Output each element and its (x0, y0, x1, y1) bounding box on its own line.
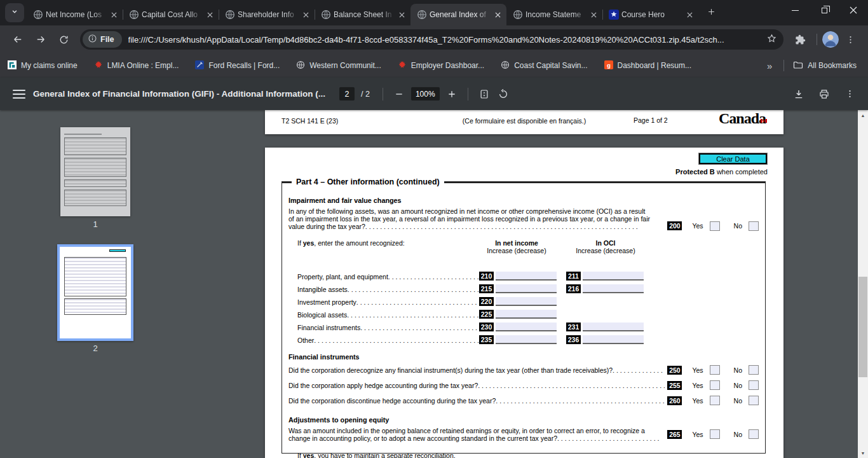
bookmark-label: LMIA Online : Empl... (107, 61, 179, 70)
forward-button[interactable] (31, 29, 51, 50)
close-tab-icon[interactable] (301, 10, 311, 20)
address-bar: File file:///C:/Users/khush/AppData/Loca… (0, 25, 868, 53)
close-tab-icon[interactable] (684, 10, 695, 20)
page-number-input[interactable]: 2 (339, 87, 355, 101)
tab-shareholder[interactable]: Shareholder Info (219, 4, 315, 25)
bookmark-label: Dashboard | Resum... (618, 61, 692, 70)
bookmark-dashboard-resume[interactable]: g Dashboard | Resum... (604, 60, 692, 71)
amount-field-230[interactable] (496, 323, 557, 331)
amount-field-211[interactable] (583, 272, 644, 281)
globe-icon (296, 60, 305, 71)
yes-checkbox-200[interactable] (710, 221, 720, 231)
amount-field-216[interactable] (583, 284, 644, 293)
yes-checkbox-250[interactable] (710, 365, 720, 375)
opening-equity-answer: 265 Yes No (667, 429, 759, 439)
bookmark-my-claims[interactable]: My claims online (8, 60, 78, 71)
question-row-250: Did the corporation derecognize any fina… (288, 363, 759, 378)
globe-favicon (129, 10, 139, 20)
code-badge-255: 255 (667, 381, 682, 390)
info-icon[interactable] (88, 34, 97, 45)
pdf-toolbar: General Index of Financial Information (… (0, 78, 868, 110)
close-tab-icon[interactable] (588, 10, 599, 20)
tab-income-statement[interactable]: Income Stateme (506, 4, 602, 25)
back-button[interactable] (8, 29, 28, 50)
new-tab-button[interactable] (702, 3, 720, 20)
bookmark-lmia[interactable]: LMIA Online : Empl... (94, 60, 179, 71)
tab-net-income[interactable]: Net Income (Los (27, 4, 123, 25)
close-tab-icon[interactable] (492, 10, 503, 20)
table-row-investment-property: Investment property 220 (288, 293, 759, 306)
rotate-icon[interactable] (494, 85, 513, 104)
yes-checkbox-260[interactable] (710, 396, 720, 405)
amount-field-236[interactable] (583, 335, 644, 344)
no-checkbox-265[interactable] (749, 429, 759, 439)
all-bookmarks-button[interactable]: All Bookmarks (793, 60, 857, 72)
download-icon[interactable] (789, 85, 808, 104)
zoom-out-button[interactable] (390, 85, 409, 104)
code-badge-231: 231 (566, 323, 581, 331)
claims-logo-icon (8, 60, 17, 71)
zoom-level[interactable]: 100% (411, 87, 440, 101)
url-text[interactable]: file:///C:/Users/khush/AppData/Local/Tem… (128, 35, 761, 45)
column-header-oci: In OCIIncrease (decrease) (555, 239, 656, 254)
amount-field-215[interactable] (496, 284, 557, 293)
close-tab-icon[interactable] (397, 10, 407, 20)
file-scheme-chip[interactable]: File (83, 31, 122, 48)
tab-course-hero[interactable]: Course Hero (602, 4, 698, 25)
amount-field-231[interactable] (583, 323, 644, 331)
code-badge-210: 210 (479, 272, 494, 281)
tab-strip: Net Income (Los Capital Cost Allo Shareh… (0, 0, 868, 25)
bookmark-western[interactable]: Western Communit... (296, 60, 381, 71)
scroll-up-icon[interactable]: ▲ (858, 110, 868, 120)
clear-data-button[interactable]: Clear Data (699, 153, 767, 164)
bookmark-coast-capital[interactable]: Coast Capital Savin... (501, 60, 587, 71)
scrollbar-thumb[interactable] (858, 277, 867, 377)
reload-button[interactable] (53, 29, 74, 50)
no-checkbox-255[interactable] (749, 380, 759, 390)
extensions-icon[interactable] (790, 29, 810, 50)
close-tab-icon[interactable] (205, 10, 215, 20)
fit-page-icon[interactable] (475, 85, 494, 104)
amount-field-210[interactable] (496, 272, 557, 281)
bookmark-ford[interactable]: Ford Recalls | Ford... (195, 60, 280, 71)
code-badge-260: 260 (667, 396, 682, 405)
print-icon[interactable] (815, 85, 834, 104)
bookmark-star-icon[interactable] (766, 33, 777, 46)
amount-field-235[interactable] (496, 335, 557, 344)
tab-search-button[interactable] (5, 3, 24, 22)
thumbnail-page-1[interactable] (60, 127, 130, 216)
ford-logo-icon (195, 60, 204, 71)
minimize-button[interactable] (780, 0, 810, 20)
globe-favicon (321, 10, 331, 20)
scroll-down-icon[interactable]: ▼ (858, 448, 868, 458)
browser-menu-icon[interactable] (840, 29, 860, 50)
more-options-icon[interactable] (840, 85, 859, 104)
amount-field-225[interactable] (496, 310, 557, 319)
thumbnail-page-2-selected[interactable] (57, 244, 133, 341)
omnibox[interactable]: File file:///C:/Users/khush/AppData/Loca… (80, 29, 783, 50)
page-indicator: Page 1 of 2 (634, 116, 668, 124)
yes-checkbox-255[interactable] (710, 380, 720, 390)
amount-field-220[interactable] (496, 297, 557, 306)
bookmarks-overflow-button[interactable]: » (761, 60, 778, 71)
yes-checkbox-265[interactable] (710, 429, 720, 439)
svg-text:g: g (607, 61, 611, 68)
no-checkbox-200[interactable] (749, 221, 759, 231)
close-window-button[interactable] (839, 0, 868, 20)
no-checkbox-260[interactable] (749, 396, 759, 405)
zoom-in-button[interactable] (442, 85, 461, 104)
tab-balance-sheet[interactable]: Balance Sheet In (315, 4, 410, 25)
restore-button[interactable] (810, 0, 839, 20)
tab-general-index-active[interactable]: General Index of (410, 4, 506, 25)
no-checkbox-250[interactable] (749, 365, 759, 375)
tab-capital-cost[interactable]: Capital Cost Allo (123, 4, 219, 25)
close-tab-icon[interactable] (109, 10, 119, 20)
impairment-answer: 200 Yes No (667, 221, 759, 231)
bookmark-employer-dashboard[interactable]: Employer Dashboar... (398, 60, 484, 71)
menu-icon[interactable] (13, 90, 25, 99)
vertical-scrollbar[interactable]: ▲ ▼ (858, 110, 868, 458)
impairment-heading: Impairment and fair value changes (288, 197, 759, 204)
profile-avatar[interactable] (822, 31, 839, 48)
tab-label: Income Stateme (526, 10, 586, 19)
question-row-255: Did the corporation apply hedge accounti… (288, 378, 759, 393)
